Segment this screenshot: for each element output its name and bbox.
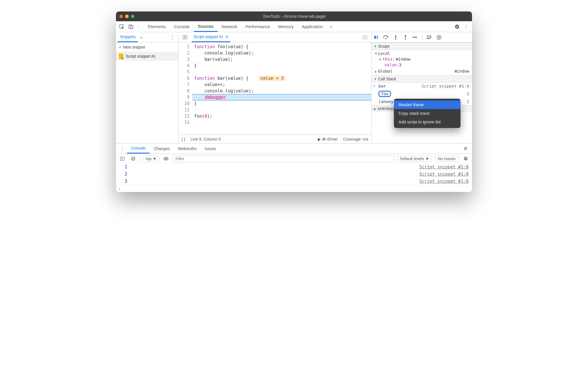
svg-rect-5 xyxy=(377,35,378,39)
tabs-overflow-icon[interactable]: » xyxy=(330,24,332,29)
file-tab[interactable]: Script snippet #1 ✕ xyxy=(192,32,230,42)
tab-performance[interactable]: Performance xyxy=(241,21,274,32)
toggle-debugger-icon[interactable] xyxy=(361,33,369,41)
settings-icon[interactable] xyxy=(453,23,461,31)
svg-line-15 xyxy=(132,158,134,160)
svg-point-7 xyxy=(395,38,396,40)
step-out-icon[interactable] xyxy=(403,34,408,40)
minimize-button[interactable] xyxy=(125,15,129,18)
drawer-tab-issues[interactable]: Issues xyxy=(201,143,220,154)
scope-local-header[interactable]: ▼Local xyxy=(372,51,472,56)
callstack-section-header[interactable]: ▼ Call Stack xyxy=(372,75,472,83)
code-content[interactable]: function foo(value) { console.log(value)… xyxy=(192,42,371,135)
cursor-position: Line 9, Column 5 xyxy=(190,137,221,141)
tab-elements[interactable]: Elements xyxy=(144,21,170,32)
triangle-down-icon: ▼ xyxy=(374,44,377,48)
debug-toolbar xyxy=(372,32,472,42)
nav-menu-icon[interactable]: ⋮ xyxy=(168,34,177,40)
main-toolbar: ElementsConsoleSourcesNetworkPerformance… xyxy=(116,21,472,32)
debugger-panel: ▼ Scope ▼Local ▶this: Window value: 3 ▶G… xyxy=(372,32,472,143)
tab-application[interactable]: Application xyxy=(298,21,327,32)
callstack-title: Call Stack xyxy=(378,77,396,81)
resume-icon[interactable] xyxy=(373,34,379,40)
svg-rect-12 xyxy=(439,36,440,38)
pause-exceptions-icon[interactable] xyxy=(436,34,442,40)
console-prompt[interactable]: › xyxy=(116,185,472,192)
console-log-row[interactable]: 1Script snippet #1:8 xyxy=(116,164,472,171)
cm-restart-frame[interactable]: Restart frame xyxy=(394,100,461,109)
tab-console[interactable]: Console xyxy=(170,21,194,32)
new-snippet-button[interactable]: + New snippet xyxy=(116,42,178,52)
svg-point-16 xyxy=(165,158,167,159)
svg-point-6 xyxy=(385,38,386,39)
cm-copy-stack[interactable]: Copy stack trace xyxy=(394,109,461,118)
svg-rect-4 xyxy=(363,36,367,39)
new-snippet-label: New snippet xyxy=(123,45,145,49)
levels-selector[interactable]: Default levels▼ xyxy=(397,156,432,162)
drawer-tab-changes[interactable]: Changes xyxy=(150,143,174,154)
maximize-button[interactable] xyxy=(131,15,134,18)
svg-rect-2 xyxy=(131,26,133,29)
tab-memory[interactable]: Memory xyxy=(274,21,298,32)
tab-sources[interactable]: Sources xyxy=(194,21,218,32)
scope-global[interactable]: ▶Global Window xyxy=(372,68,472,75)
filter-input[interactable] xyxy=(173,155,394,162)
console-output: 1Script snippet #1:82Script snippet #1:8… xyxy=(116,164,472,185)
drawer-tab-webauthn[interactable]: WebAuthn xyxy=(174,143,200,154)
snippets-tab[interactable]: Snippets xyxy=(118,32,138,42)
drawer-tabs: ⋮ ConsoleChangesWebAuthnIssues ✕ xyxy=(116,143,472,154)
plus-icon: + xyxy=(119,45,121,49)
scope-var-this[interactable]: ▶this: Window xyxy=(372,56,472,62)
no-issues-badge[interactable]: No Issues xyxy=(435,156,459,162)
scope-title: Scope xyxy=(378,44,390,48)
console-log-row[interactable]: 2Script snippet #1:8 xyxy=(116,171,472,178)
editor-header: Script snippet #1 ✕ xyxy=(179,32,371,42)
console-toolbar: top▼ Default levels▼ No Issues xyxy=(116,154,472,164)
editor-panel: Script snippet #1 ✕ 12345678910111213 fu… xyxy=(179,32,372,143)
stack-frame[interactable]: barScript snippet #1:9 xyxy=(372,83,472,90)
close-window-button[interactable] xyxy=(119,15,123,18)
svg-rect-11 xyxy=(438,36,439,38)
file-tab-label: Script snippet #1 xyxy=(194,34,223,39)
sources-panels: Snippets » ⋮ + New snippet Script snippe… xyxy=(116,32,472,143)
console-sidebar-icon[interactable] xyxy=(118,155,126,163)
drawer-menu-icon[interactable]: ⋮ xyxy=(118,145,127,152)
more-icon[interactable]: ⋮ xyxy=(462,23,470,31)
cm-ignore-list[interactable]: Add script to ignore list xyxy=(394,118,461,126)
pretty-print-icon[interactable]: { } xyxy=(181,137,185,141)
navigator-panel: Snippets » ⋮ + New snippet Script snippe… xyxy=(116,32,179,143)
step-over-icon[interactable] xyxy=(383,34,389,40)
close-file-icon[interactable]: ✕ xyxy=(225,34,229,39)
live-expression-icon[interactable] xyxy=(162,155,170,163)
drawer-tab-console[interactable]: Console xyxy=(127,143,150,154)
coverage-status: Coverage: n/a xyxy=(343,137,368,141)
svg-point-8 xyxy=(405,38,406,40)
scope-var-value[interactable]: value: 3 xyxy=(372,62,472,68)
toggle-navigator-icon[interactable] xyxy=(181,33,189,41)
code-editor[interactable]: 12345678910111213 function foo(value) { … xyxy=(179,42,371,135)
svg-line-10 xyxy=(427,36,431,39)
titlebar: DevTools - chrome://new-tab-page/ xyxy=(116,11,472,21)
navigator-header: Snippets » ⋮ xyxy=(116,32,178,42)
run-snippet-button[interactable]: ▶ ⌘+Enter xyxy=(318,137,338,141)
console-settings-icon[interactable] xyxy=(462,155,470,163)
scope-section-header[interactable]: ▼ Scope xyxy=(372,42,472,50)
step-icon[interactable] xyxy=(412,34,418,40)
clear-console-icon[interactable] xyxy=(129,155,137,163)
line-gutter: 12345678910111213 xyxy=(179,42,192,135)
tab-network[interactable]: Network xyxy=(218,21,241,32)
deactivate-breakpoints-icon[interactable] xyxy=(426,34,432,40)
stack-frame[interactable]: foo3 xyxy=(372,90,472,98)
snippet-name: Script snippet #1 xyxy=(126,54,156,59)
snippet-file-icon xyxy=(119,53,123,59)
device-toggle-icon[interactable] xyxy=(127,23,135,31)
svg-point-9 xyxy=(413,37,414,38)
nav-overflow-icon[interactable]: » xyxy=(140,35,142,40)
inspect-icon[interactable] xyxy=(118,23,126,31)
console-log-row[interactable]: 3Script snippet #1:8 xyxy=(116,178,472,185)
context-selector[interactable]: top▼ xyxy=(143,156,159,162)
triangle-down-icon: ▼ xyxy=(374,77,377,81)
drawer-close-icon[interactable]: ✕ xyxy=(461,145,470,152)
step-into-icon[interactable] xyxy=(393,34,399,40)
snippet-item[interactable]: Script snippet #1 xyxy=(116,52,178,61)
